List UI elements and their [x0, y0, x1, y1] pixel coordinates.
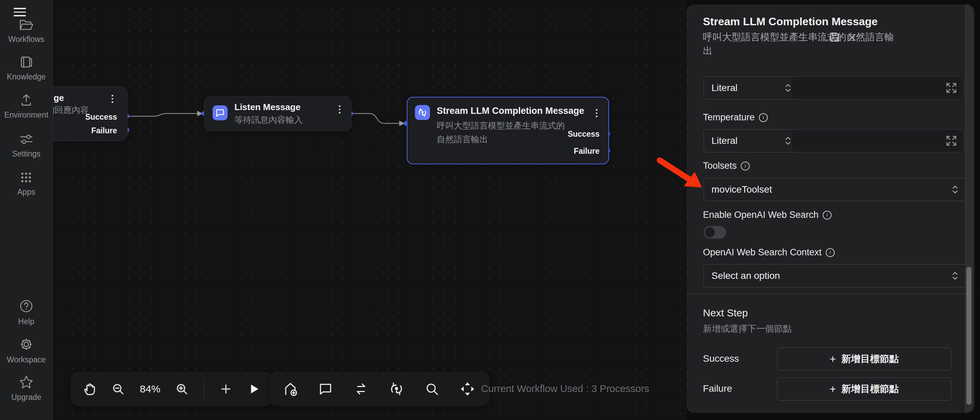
- sidebar-item-workflows[interactable]: Workflows: [0, 18, 52, 44]
- sidebar-item-settings[interactable]: Settings: [0, 132, 52, 158]
- chat-bubble-icon: [213, 105, 228, 120]
- node-palette-toolbar: [269, 372, 489, 406]
- menu-hamburger-icon[interactable]: [14, 5, 26, 19]
- node-title-fragment: ge: [54, 93, 64, 103]
- node-menu-icon[interactable]: [594, 108, 599, 119]
- swap-arrows-icon[interactable]: [353, 382, 369, 396]
- search-icon[interactable]: [425, 382, 439, 396]
- param1-value-input[interactable]: [791, 76, 964, 100]
- sidebar-item-label: Environment: [4, 111, 48, 120]
- chevron-updown-icon: [952, 271, 958, 281]
- temperature-label: Temperature i: [703, 112, 768, 123]
- param1-type-select[interactable]: Literal: [703, 76, 799, 100]
- canvas-zoom-toolbar: 84%: [71, 372, 273, 406]
- workflow-edges: [52, 0, 687, 420]
- node-title: Listen Message: [234, 102, 301, 113]
- plus-icon: +: [829, 383, 836, 395]
- web-search-toggle[interactable]: [703, 226, 726, 239]
- workflow-canvas[interactable]: ge 的回應內容 Success Failure Listen Message …: [52, 0, 687, 420]
- sidebar-item-label: Workspace: [7, 355, 46, 365]
- toolbar-divider: [204, 379, 204, 398]
- star-icon: [19, 375, 34, 389]
- temperature-value-input[interactable]: [791, 129, 964, 152]
- pan-hand-icon[interactable]: [83, 382, 97, 396]
- panel-title: Stream LLM Completion Message: [703, 15, 878, 28]
- chevron-updown-icon: [784, 136, 791, 146]
- sidebar-item-label: Upgrade: [11, 393, 41, 402]
- chat-node-icon[interactable]: [318, 382, 333, 396]
- zoom-in-icon[interactable]: [175, 382, 188, 395]
- folder-icon: [19, 18, 34, 32]
- panel-subtitle-line1: 呼叫大型語言模型並產生串流式的自然語言輸: [703, 30, 894, 44]
- toolsets-label: Toolsets i: [703, 160, 750, 171]
- node-config-panel: Stream LLM Completion Message 呼叫大型語言模型並產…: [687, 5, 975, 413]
- node-subtitle-line1: 呼叫大型語言模型並產生串流式的: [437, 120, 565, 131]
- sidebar-item-upgrade[interactable]: Upgrade: [0, 375, 52, 402]
- node-menu-icon[interactable]: [110, 94, 115, 104]
- panel-subtitle-line2: 出: [703, 44, 713, 58]
- chevron-updown-icon: [784, 83, 791, 93]
- sidebar-item-label: Workflows: [8, 35, 45, 44]
- node-title: Stream LLM Completion Message: [437, 106, 584, 116]
- node-menu-icon[interactable]: [337, 104, 342, 115]
- sidebar-item-apps[interactable]: Apps: [0, 170, 52, 197]
- add-success-target-button[interactable]: + 新增目標節點: [777, 347, 951, 371]
- add-node-icon[interactable]: [220, 382, 232, 395]
- port-label-failure: Failure: [574, 147, 600, 156]
- select-value: Literal: [711, 135, 737, 146]
- book-icon: [19, 55, 33, 69]
- web-search-context-label: OpenAI Web Search Context i: [703, 247, 835, 258]
- sidebar-item-environment[interactable]: Environment: [0, 94, 52, 120]
- add-trigger-home-icon[interactable]: [283, 382, 298, 396]
- node-listen-message[interactable]: Listen Message 等待訊息內容輸入: [204, 96, 352, 131]
- move-dpad-icon[interactable]: [460, 382, 475, 396]
- info-icon[interactable]: i: [826, 248, 835, 257]
- expand-icon: [945, 82, 957, 94]
- node-subtitle-line2: 自然語言輸出: [437, 134, 488, 145]
- sidebar-item-workspace[interactable]: Workspace: [0, 337, 52, 365]
- toggle-knob: [705, 227, 715, 237]
- node-subtitle-fragment: 的回應內容: [52, 104, 89, 116]
- info-icon[interactable]: i: [759, 113, 768, 122]
- add-failure-target-button[interactable]: + 新增目標節點: [777, 377, 951, 401]
- port-label-success: Success: [568, 130, 600, 139]
- chevron-updown-icon: [952, 184, 958, 195]
- close-icon[interactable]: [848, 33, 856, 43]
- sidebar-item-label: Knowledge: [7, 72, 46, 81]
- app-sidebar: Workflows Knowledge Environment Settings…: [0, 0, 53, 420]
- sidebar-item-help[interactable]: Help: [0, 299, 52, 326]
- sidebar-item-knowledge[interactable]: Knowledge: [0, 55, 52, 81]
- port-label-success: Success: [85, 113, 117, 122]
- select-value: Literal: [711, 82, 737, 94]
- web-search-context-select[interactable]: Select an option: [703, 264, 966, 287]
- llm-cycle-icon: [415, 105, 430, 120]
- section-divider: [687, 293, 975, 294]
- info-icon[interactable]: i: [741, 162, 750, 170]
- run-workflow-icon[interactable]: [247, 382, 260, 395]
- node-stream-llm-completion[interactable]: Stream LLM Completion Message 呼叫大型語言模型並產…: [407, 97, 609, 164]
- sidebar-item-label: Apps: [18, 187, 35, 197]
- node-subtitle: 等待訊息內容輸入: [234, 114, 303, 125]
- apps-grid-icon: [19, 170, 33, 184]
- port-label-failure: Failure: [91, 126, 117, 135]
- node-partial-message[interactable]: ge 的回應內容 Success Failure: [52, 86, 127, 141]
- zoom-out-icon[interactable]: [111, 382, 124, 395]
- select-placeholder: Select an option: [711, 270, 780, 281]
- temperature-type-select[interactable]: Literal: [703, 129, 799, 152]
- save-icon[interactable]: [829, 32, 840, 44]
- question-circle-icon: [19, 299, 34, 314]
- sliders-icon: [19, 132, 34, 146]
- plus-icon: +: [829, 353, 836, 365]
- llm-node-icon[interactable]: [389, 382, 404, 396]
- panel-scrollbar-thumb[interactable]: [966, 267, 972, 405]
- add-target-label: 新增目標節點: [842, 382, 899, 395]
- sidebar-item-label: Help: [18, 317, 34, 326]
- toolset-select[interactable]: moviceToolset: [703, 178, 966, 201]
- next-step-heading: Next Step: [703, 307, 748, 319]
- info-icon[interactable]: i: [823, 211, 832, 220]
- next-step-caption: 新增或選擇下一個節點: [703, 323, 792, 335]
- expand-icon: [945, 135, 957, 147]
- add-target-label: 新增目標節點: [842, 352, 899, 365]
- web-search-label: Enable OpenAI Web Search i: [703, 210, 832, 220]
- success-row-label: Success: [703, 353, 739, 364]
